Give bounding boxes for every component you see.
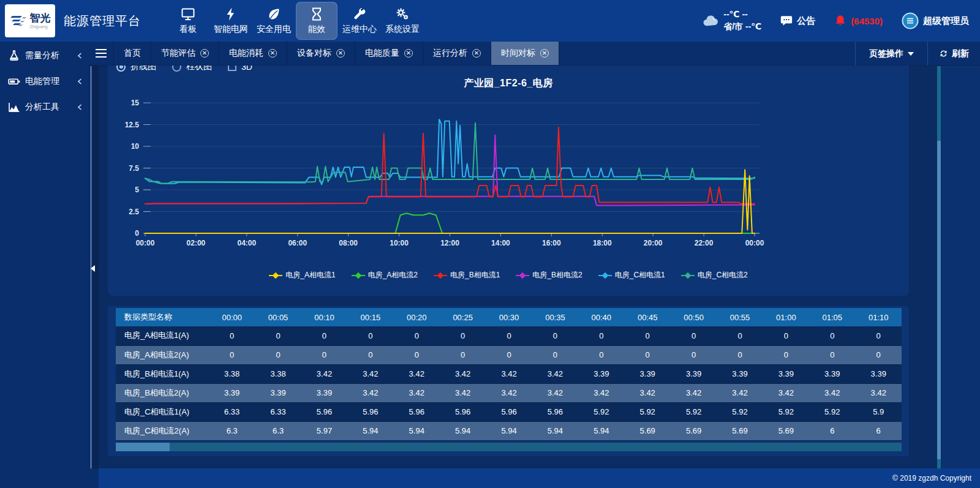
logo-subtext: Zhiguang	[30, 24, 51, 29]
row-value: 0	[809, 326, 855, 345]
tab-close-icon[interactable]: ✕	[540, 49, 549, 58]
row-value: 3.42	[763, 383, 809, 402]
radio-line-chart[interactable]: 折线图	[116, 66, 156, 72]
navbar-right: --℃ -- 省/市 --℃ 公告 (64530) 超级	[701, 0, 980, 42]
content-scrollbar-thumb[interactable]	[937, 141, 941, 459]
areachart-icon	[8, 101, 20, 113]
row-value: 5.69	[625, 421, 671, 440]
row-value: 3.38	[255, 364, 301, 383]
row-value: 5.69	[717, 421, 763, 440]
tab-设备对标[interactable]: 设备对标✕	[287, 42, 355, 65]
tab-close-icon[interactable]: ✕	[336, 49, 345, 58]
table-horizontal-scrollbar[interactable]	[116, 443, 902, 451]
radio-bar-chart[interactable]: 柱状图	[172, 66, 212, 72]
caret-down-icon	[908, 52, 914, 56]
tab-电能质量[interactable]: 电能质量✕	[355, 42, 423, 65]
alarm-button[interactable]: (64530)	[834, 14, 883, 28]
radio-bar-circle[interactable]	[172, 66, 181, 72]
table-scrollbar-thumb[interactable]	[116, 443, 170, 451]
tab-close-icon[interactable]: ✕	[200, 49, 209, 58]
radio-line-label: 折线图	[130, 66, 156, 72]
user-label: 超级管理员	[923, 15, 969, 27]
checkbox-3d-box[interactable]	[228, 66, 236, 71]
nav-item-kanban[interactable]: 看板	[167, 2, 209, 40]
tab-首页[interactable]: 首页	[113, 42, 151, 65]
row-value: 3.42	[301, 364, 347, 383]
nav-item-safe-power[interactable]: 安全用电	[253, 2, 295, 40]
weather-widget[interactable]: --℃ -- 省/市 --℃	[701, 9, 761, 32]
bell-icon	[834, 14, 847, 28]
nav-item-ops-center[interactable]: 运维中心	[339, 2, 380, 40]
legend-label: 电房_B相电流2	[532, 270, 582, 280]
radio-line-circle[interactable]	[116, 66, 126, 72]
row-value: 6.3	[209, 421, 255, 440]
user-menu[interactable]: 超级管理员	[901, 12, 969, 30]
legend-item-电房_B相电流2[interactable]: 电房_B相电流2	[516, 270, 582, 280]
tab-close-icon[interactable]: ✕	[472, 49, 481, 58]
legend-marker-icon	[681, 272, 695, 279]
nav-item-energy-eff[interactable]: 能效	[296, 2, 337, 40]
row-value: 0	[717, 326, 763, 345]
tab-close-icon[interactable]: ✕	[404, 49, 413, 58]
tabbar: 首页节能评估✕电能消耗✕设备对标✕电能质量✕运行分析✕时间对标✕ 页签操作 刷新	[89, 42, 980, 66]
tab-close-icon[interactable]: ✕	[268, 49, 277, 58]
tab-operations-button[interactable]: 页签操作	[855, 42, 927, 66]
row-value: 6	[855, 421, 902, 440]
table-header-cell: 00:30	[486, 308, 532, 326]
checkbox-3d[interactable]: 3D	[228, 66, 252, 72]
tab-list: 首页节能评估✕电能消耗✕设备对标✕电能质量✕运行分析✕时间对标✕	[113, 42, 559, 65]
row-value: 5.96	[394, 402, 440, 421]
sidebar-item-power-mgmt[interactable]: 电能管理	[0, 69, 89, 94]
row-value: 3.39	[671, 364, 717, 383]
table-header-cell: 数据类型名称	[116, 308, 209, 326]
tab-menu-button[interactable]	[89, 42, 113, 65]
legend-item-电房_C相电流1[interactable]: 电房_C相电流1	[598, 270, 665, 280]
cloud-icon	[701, 12, 720, 30]
svg-text:15: 15	[131, 99, 140, 107]
row-value: 3.39	[255, 383, 301, 402]
tab-电能消耗[interactable]: 电能消耗✕	[219, 42, 287, 65]
row-value: 3.42	[394, 383, 440, 402]
legend-item-电房_C相电流2[interactable]: 电房_C相电流2	[681, 270, 748, 280]
divider-line	[90, 66, 92, 488]
sidebar-collapse-handle[interactable]	[89, 263, 96, 274]
refresh-label: 刷新	[952, 48, 969, 59]
tab-运行分析[interactable]: 运行分析✕	[423, 42, 491, 65]
table-header-cell: 00:35	[532, 308, 578, 326]
svg-text:22:00: 22:00	[695, 239, 714, 247]
content-area: 折线图 柱状图 3D 产业园_1F2-6_电房 02.557.51012.515…	[99, 66, 941, 468]
nav-item-smart-grid[interactable]: 智能电网	[210, 2, 252, 40]
refresh-button[interactable]: 刷新	[927, 42, 980, 66]
row-value: 3.42	[625, 383, 671, 402]
row-value: 3.42	[394, 364, 440, 383]
svg-text:00:00: 00:00	[745, 239, 764, 247]
nav-item-sys-settings[interactable]: 系统设置	[382, 2, 423, 40]
checkbox-3d-label: 3D	[241, 66, 252, 72]
chart-panel: 折线图 柱状图 3D 产业园_1F2-6_电房 02.557.51012.515…	[108, 66, 909, 296]
table-row: 电房_C相电流1(A)6.336.335.965.965.965.965.965…	[116, 402, 902, 421]
legend-marker-icon	[516, 272, 529, 279]
tab-时间对标[interactable]: 时间对标✕	[491, 42, 559, 65]
row-value: 5.96	[301, 402, 347, 421]
row-value: 3.39	[625, 364, 671, 383]
row-value: 3.39	[717, 364, 763, 383]
legend-item-电房_A相电流1[interactable]: 电房_A相电流1	[269, 270, 335, 280]
table-header-cell: 00:40	[578, 308, 624, 326]
tab-节能评估[interactable]: 节能评估✕	[151, 42, 219, 65]
chart-type-controls: 折线图 柱状图 3D	[108, 66, 909, 72]
legend-item-电房_A相电流2[interactable]: 电房_A相电流2	[352, 270, 418, 280]
table-header-cell: 01:00	[763, 308, 809, 326]
row-value: 0	[532, 326, 578, 345]
table-header-cell: 01:10	[855, 308, 902, 326]
row-value: 5.92	[578, 402, 624, 421]
row-value: 0	[578, 326, 624, 345]
sidebar-item-demand-analysis[interactable]: 需量分析	[0, 43, 89, 69]
content-vertical-scrollbar[interactable]	[937, 66, 941, 468]
sidebar-item-analysis-tools[interactable]: 分析工具	[0, 94, 89, 120]
legend-item-电房_B相电流1[interactable]: 电房_B相电流1	[434, 270, 500, 280]
notice-button[interactable]: 公告	[780, 14, 815, 28]
logo[interactable]: 智光 Zhiguang	[5, 4, 55, 37]
radio-bar-label: 柱状图	[186, 66, 212, 72]
legend-marker-icon	[598, 272, 612, 279]
row-value: 6	[809, 421, 855, 440]
